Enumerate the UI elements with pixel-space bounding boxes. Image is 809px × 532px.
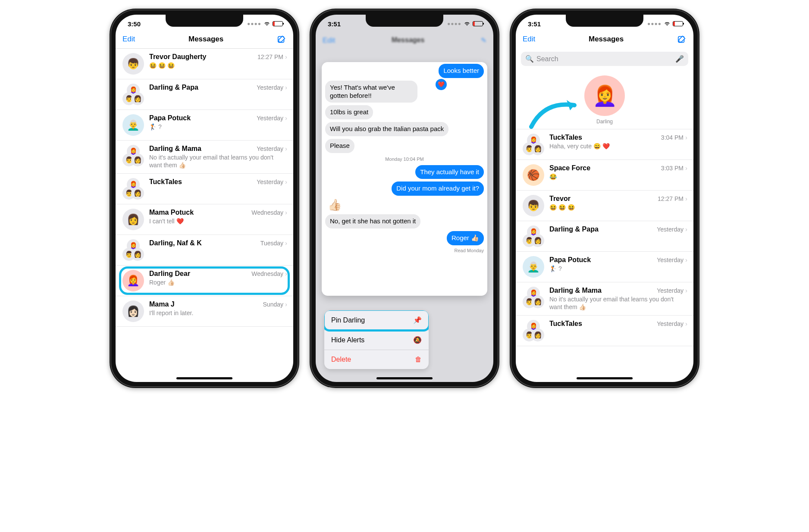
chevron-right-icon: › [285,270,287,277]
chevron-right-icon: › [685,287,687,294]
clock: 3:51 [328,20,341,28]
conversation-row[interactable]: 👩‍🦰👨👩Darling & PapaYesterday› [116,79,293,110]
conversation-list[interactable]: 👦Trevor Daugherty12:27 PM›😆 😆 😆👩‍🦰👨👩Darl… [116,49,293,382]
conversation-row[interactable]: 👨‍🦳Papa PotuckYesterday›🏌️ ? [116,110,293,141]
group-avatar: 👩‍🦰👨👩 [523,225,544,247]
chevron-right-icon: › [285,239,287,247]
timestamp: Tuesday [260,240,283,247]
timestamp: Wednesday [251,209,283,216]
compose-icon[interactable] [277,34,286,44]
incoming-bubble: Will you also grab the Italian pasta pac… [325,122,448,136]
timestamp: Wednesday [251,270,283,277]
home-indicator[interactable] [577,377,633,379]
home-indicator[interactable] [176,377,232,379]
nav-bar: Edit Messages [116,33,293,49]
row-content: Darling & MamaYesterday›No it's actually… [549,287,687,311]
chevron-right-icon: › [285,300,287,308]
bell-slash-icon: 🔕 [413,336,422,344]
search-icon: 🔍 [525,55,534,63]
chevron-right-icon: › [285,209,287,216]
avatar: 🏀 [523,164,544,186]
conversation-row[interactable]: 👩‍🦰👨👩TuckTalesYesterday› [116,174,293,204]
timestamp: Yesterday [257,178,283,185]
row-content: Mama JSunday›I'll report in later. [149,300,287,317]
home-indicator[interactable] [376,377,433,379]
timestamp: Yesterday [657,257,684,263]
timestamp: 12:27 PM [658,195,684,202]
delete-menu-item[interactable]: Delete 🗑 [324,350,429,369]
pin-menu-item[interactable]: Pin Darling 📌 [324,310,429,330]
edit-button[interactable]: Edit [122,35,135,44]
conversation-row[interactable]: 👩🏻Mama JSunday›I'll report in later. [116,296,293,327]
conversation-preview-card[interactable]: Looks better Yes! That's what we've gott… [322,62,487,296]
timestamp: Yesterday [257,84,283,91]
conversation-row[interactable]: 👩‍🦰👨👩Darling, Naf & KTuesday› [116,235,293,266]
pin-icon: 📌 [413,316,422,324]
row-content: Darling & PapaYesterday› [149,84,287,92]
compose-icon[interactable] [677,34,687,44]
outgoing-bubble: Did your mom already get it? [392,182,484,196]
row-content: Papa PotuckYesterday›🏌️ ? [549,256,687,272]
pinned-name: Darling [596,119,613,125]
hide-alerts-menu-item[interactable]: Hide Alerts 🔕 [324,330,429,350]
read-receipt: Read Monday [455,248,484,253]
screen-3: 3:51 ●●●● Edit Messages 🔍 Search 🎤 👩‍🦰 D… [516,15,693,382]
conversation-row[interactable]: 👩‍🦰Darling DearWednesday›Roger 👍🏻 [116,266,293,296]
conversation-row[interactable]: 🏀Space Force3:03 PM›😂 [516,160,693,191]
conversation-row[interactable]: 👩‍🦰👨👩Darling & MamaYesterday›No it's act… [516,282,693,316]
conversation-row[interactable]: 👦Trevor12:27 PM›😆 😆 😆 [516,191,693,221]
contact-name: Mama Potuck [149,209,194,216]
conversation-list[interactable]: 👩‍🦰👨👩TuckTales3:04 PM›Haha, very cute 😄 … [516,129,693,382]
outgoing-bubble: Roger 👍🏻 [447,231,484,245]
avatar: 👩‍🦰 [122,270,144,291]
page-title: Messages [188,35,223,44]
chevron-right-icon: › [685,164,687,172]
wifi-icon [664,21,671,26]
chevron-right-icon: › [685,134,687,141]
incoming-bubble: No, get it she has not gotten it [325,214,420,228]
timestamp: 3:03 PM [661,165,684,172]
blurred-nav: Edit Messages ✎ [316,36,493,45]
group-avatar: 👩‍🦰👨👩 [523,287,544,308]
battery-icon [673,21,683,26]
contact-name: Darling & Mama [549,287,602,294]
message-preview: I can't tell ❤️ [149,217,287,225]
mic-icon[interactable]: 🎤 [675,55,684,63]
conversation-row[interactable]: 👦Trevor Daugherty12:27 PM›😆 😆 😆 [116,49,293,79]
conversation-row[interactable]: 👨‍🦳Papa PotuckYesterday›🏌️ ? [516,252,693,282]
contact-name: Darling & Papa [149,84,198,91]
avatar: 👦 [122,53,144,75]
conversation-row[interactable]: 👩‍🦰👨👩Darling & MamaYesterday›No it's act… [116,141,293,174]
timestamp: 3:04 PM [661,134,684,141]
clock: 3:50 [128,20,141,28]
contact-name: Papa Potuck [549,256,591,264]
hide-alerts-label: Hide Alerts [331,336,364,344]
group-avatar: 👩‍🦰👨👩 [122,84,144,105]
timestamp: 12:27 PM [257,53,283,60]
avatar: 👩‍🦰 [584,75,625,116]
chevron-right-icon: › [285,178,287,185]
conversation-row[interactable]: 👩‍🦰👨👩TuckTales3:04 PM›Haha, very cute 😄 … [516,129,693,160]
search-input[interactable]: 🔍 Search 🎤 [521,52,688,66]
group-avatar: 👩‍🦰👨👩 [523,320,544,341]
contact-name: TuckTales [149,178,182,186]
conversation-row[interactable]: 👩Mama PotuckWednesday›I can't tell ❤️ [116,204,293,235]
notch [366,15,443,27]
row-content: Darling & MamaYesterday›No it's actually… [149,145,287,169]
outgoing-bubble: They actually have it [415,165,484,179]
edit-button[interactable]: Edit [523,35,535,44]
pinned-contact[interactable]: 👩‍🦰 Darling [584,75,625,125]
timestamp: Sunday [263,301,283,308]
group-avatar: 👩‍🦰👨👩 [122,239,144,261]
row-content: Trevor12:27 PM›😆 😆 😆 [549,195,687,211]
group-avatar: 👩‍🦰👨👩 [122,145,144,166]
delete-label: Delete [331,356,351,363]
timestamp: Yesterday [657,320,684,327]
conversation-row[interactable]: 👩‍🦰👨👩TuckTalesYesterday› [516,316,693,346]
message-preview: Haha, very cute 😄 ❤️ [549,142,687,150]
avatar: 👩🏻 [122,300,144,322]
notch [166,15,243,27]
conversation-row[interactable]: 👩‍🦰👨👩Darling & PapaYesterday› [516,221,693,252]
chevron-right-icon: › [285,53,287,60]
cell-signal-icon: ●●●● [247,21,261,27]
